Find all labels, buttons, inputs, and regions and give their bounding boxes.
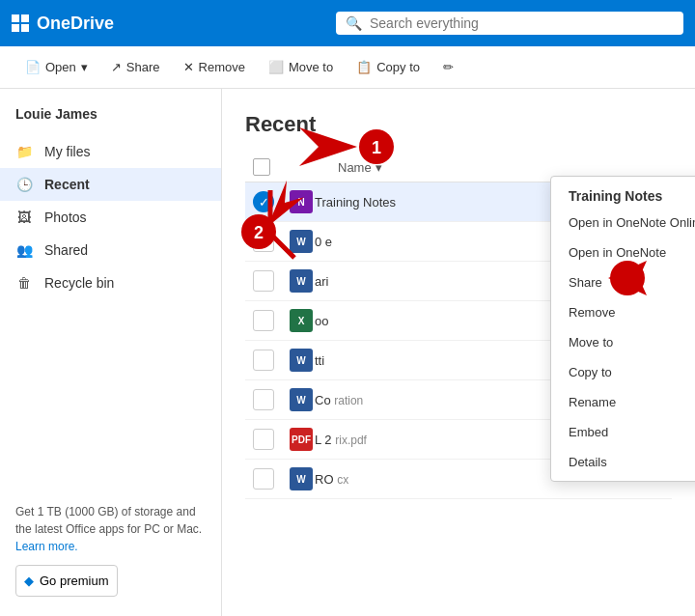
row-checkbox[interactable] [253, 468, 288, 490]
empty-check [253, 429, 274, 450]
sidebar-item-my-files[interactable]: 📁 My files [0, 135, 221, 168]
row-checkbox[interactable] [253, 429, 288, 450]
check-circle: ✓ [253, 191, 274, 212]
sidebar-label-recycle-bin: Recycle bin [44, 275, 114, 291]
context-menu-item-6[interactable]: Rename [551, 387, 695, 417]
photo-icon: 🖼 [15, 209, 33, 226]
learn-more-link[interactable]: Learn more. [15, 540, 78, 553]
empty-check [253, 310, 274, 331]
remove-icon: ✕ [183, 60, 194, 74]
sort-chevron-icon: ▾ [375, 160, 382, 175]
pencil-icon: ✏ [443, 60, 454, 74]
context-menu-item-0[interactable]: Open in OneNote Online [551, 208, 695, 238]
share-button[interactable]: ↗ Share [101, 55, 170, 79]
file-icon: W [288, 465, 315, 492]
sidebar-label-shared: Shared [44, 242, 88, 258]
sidebar-label-photos: Photos [44, 210, 87, 225]
context-menu-item-1[interactable]: Open in OneNote [551, 238, 695, 267]
go-premium-button[interactable]: ◆ Go premium [15, 565, 118, 597]
name-col-header[interactable]: Name ▾ [338, 160, 664, 175]
empty-check [253, 231, 274, 252]
file-icon: W [288, 267, 315, 294]
empty-check [253, 270, 274, 292]
main-content: Recent Name ▾ ✓ N Training Notes [222, 89, 695, 616]
context-menu-items: Open in OneNote OnlineOpen in OneNoteSha… [551, 208, 695, 477]
context-menu-item-4[interactable]: Move to [551, 327, 695, 357]
app-header: OneDrive 🔍 [0, 0, 695, 46]
row-checkbox[interactable] [253, 270, 288, 292]
context-menu-item-5[interactable]: Copy to [551, 357, 695, 387]
open-icon: 📄 [25, 60, 41, 74]
edit-button[interactable]: ✏ [433, 55, 463, 79]
context-menu-item-7[interactable]: Embed [551, 417, 695, 447]
apps-icon[interactable] [12, 14, 29, 32]
context-menu-title: Training Notes [551, 181, 695, 208]
header-checkbox[interactable] [253, 158, 270, 176]
empty-check [253, 389, 274, 410]
trash-icon: 🗑 [15, 274, 33, 292]
page-title: Recent [245, 112, 672, 137]
sidebar-label-my-files: My files [44, 144, 90, 159]
copy-icon: 📋 [356, 60, 372, 74]
search-icon: 🔍 [346, 15, 362, 31]
context-menu-item-8[interactable]: Details [551, 447, 695, 477]
file-icon: N [288, 188, 315, 215]
sidebar-item-recent[interactable]: 🕒 Recent [0, 168, 221, 201]
move-icon: ⬜ [268, 60, 284, 74]
context-menu-item-2[interactable]: Share [551, 267, 695, 297]
diamond-icon: ◆ [24, 574, 34, 588]
chevron-down-icon[interactable]: ▾ [81, 60, 88, 74]
clock-icon: 🕒 [15, 176, 33, 193]
empty-check [253, 468, 274, 490]
move-to-button[interactable]: ⬜ Move to [259, 55, 343, 79]
open-button[interactable]: 📄 Open ▾ [15, 55, 97, 79]
row-checkbox[interactable] [253, 310, 288, 331]
file-icon: W [288, 386, 315, 413]
toolbar: 📄 Open ▾ ↗ Share ✕ Remove ⬜ Move to 📋 Co… [0, 46, 695, 89]
sidebar-item-recycle-bin[interactable]: 🗑 Recycle bin [0, 266, 221, 299]
sidebar-item-shared[interactable]: 👥 Shared [0, 234, 221, 266]
context-menu: Training Notes Open in OneNote OnlineOpe… [550, 176, 695, 482]
app-name: OneDrive [37, 14, 114, 34]
remove-button[interactable]: ✕ Remove [174, 55, 255, 79]
sidebar: Louie James 📁 My files 🕒 Recent 🖼 Photos… [0, 89, 222, 616]
sidebar-label-recent: Recent [44, 177, 90, 192]
search-input[interactable] [370, 15, 674, 31]
sidebar-item-photos[interactable]: 🖼 Photos [0, 201, 221, 234]
search-bar[interactable]: 🔍 [336, 12, 683, 35]
file-icon: W [288, 228, 315, 255]
share-icon: ↗ [111, 60, 122, 74]
context-menu-item-3[interactable]: Remove [551, 297, 695, 327]
row-checkbox[interactable]: ✓ [253, 191, 288, 212]
file-icon: W [288, 347, 315, 374]
main-layout: Louie James 📁 My files 🕒 Recent 🖼 Photos… [0, 89, 695, 616]
user-name: Louie James [0, 97, 221, 135]
row-checkbox[interactable] [253, 350, 288, 371]
empty-check [253, 350, 274, 371]
row-checkbox[interactable] [253, 389, 288, 410]
copy-to-button[interactable]: 📋 Copy to [347, 55, 430, 79]
row-checkbox[interactable] [253, 231, 288, 252]
people-icon: 👥 [15, 241, 33, 259]
file-icon: X [288, 307, 315, 334]
app-logo[interactable]: OneDrive [12, 14, 114, 34]
checkbox-col-header [253, 158, 292, 176]
sidebar-bottom: Get 1 TB (1000 GB) of storage and the la… [0, 491, 221, 608]
file-icon: PDF [288, 426, 315, 453]
folder-icon: 📁 [15, 143, 33, 160]
storage-text: Get 1 TB (1000 GB) of storage and the la… [15, 505, 202, 536]
